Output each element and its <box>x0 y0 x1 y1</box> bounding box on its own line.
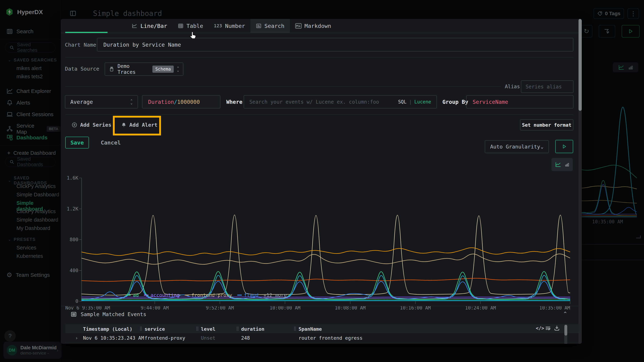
data-source-select[interactable]: Demo Traces Schema ⌃⌄ <box>105 62 183 76</box>
series-dark-orange <box>82 278 570 281</box>
y-tick-label: 400 <box>64 268 78 273</box>
cell: 248 <box>241 335 250 341</box>
chevron-down-icon: ⌄ <box>540 144 544 149</box>
expression-input[interactable]: Duration/1000000 <box>142 95 220 108</box>
legend-color-dash <box>144 295 148 296</box>
code-view-icon[interactable]: </> <box>536 326 544 331</box>
tab-search[interactable]: Search <box>250 19 290 33</box>
column-drag-handle[interactable]: ⣿ <box>140 326 142 331</box>
alias-label: Alias <box>505 84 520 90</box>
run-chart-button[interactable] <box>555 140 573 153</box>
tab-label: Number <box>225 23 245 29</box>
data-source-label: Data Source <box>65 66 99 72</box>
legend-item-ad[interactable]: ad <box>126 292 139 298</box>
active-tab-underline <box>65 32 108 33</box>
group-by-label: Group By <box>442 99 468 105</box>
chart-name-input[interactable]: Duration by Service Name <box>97 38 573 51</box>
cancel-button[interactable]: Cancel <box>101 139 121 146</box>
series-orange <box>82 248 570 255</box>
legend-color-dash <box>237 295 242 296</box>
tab-label: Search <box>264 23 284 29</box>
table-row[interactable]: ›Nov 6 10:35:23.243 AMfrontend-proxyUnse… <box>65 342 582 344</box>
series-khaki <box>82 254 570 264</box>
circle-plus-icon <box>72 122 77 128</box>
legend-more[interactable]: +12 more <box>264 292 287 298</box>
table-scrollbar-thumb[interactable] <box>564 325 567 336</box>
add-alert-button[interactable]: Add Alert <box>121 122 158 128</box>
collapse-section-icon[interactable]: ⌃ <box>563 311 568 317</box>
legend-item-accounting[interactable]: accounting <box>144 292 180 298</box>
legend-name: ad <box>133 292 139 298</box>
series-spikes-cream <box>82 215 570 295</box>
granularity-select[interactable]: Auto Granularity ⌄ <box>485 140 549 153</box>
column-header-timestamp-local-[interactable]: Timestamp (Local) <box>83 326 132 332</box>
table-row[interactable]: ›Nov 6 10:35:23.243 AMfrontend-proxyUnse… <box>65 333 582 342</box>
tab-markdown[interactable]: Markdown <box>290 19 336 33</box>
tab-markdown-icon <box>295 23 302 29</box>
lucene-toggle[interactable]: Lucene <box>414 99 431 105</box>
tab-line-bar[interactable]: Line/Bar <box>126 19 172 33</box>
bell-icon <box>121 122 126 128</box>
x-tick-mark <box>350 301 350 304</box>
column-header-level[interactable]: level <box>201 326 216 332</box>
aggregation-select[interactable]: Average ⌃⌄ <box>65 95 138 108</box>
sample-events-title: Sample Matched Events <box>81 311 146 317</box>
x-tick-mark <box>285 301 285 304</box>
list-icon <box>71 311 77 317</box>
schema-badge[interactable]: Schema <box>152 66 174 73</box>
legend-item-frontend-proxy[interactable]: frontend-proxy <box>184 292 232 298</box>
y-tick-mark <box>79 239 82 240</box>
edit-chart-modal: Line/BarTable123NumberSearchMarkdown Cha… <box>61 19 582 344</box>
timeseries-chart: 04008001.2K1.6K Nov 6 9:35:00 AM9:44:00 … <box>61 159 582 295</box>
tab-label: Table <box>186 23 203 29</box>
tab-table-icon <box>178 23 184 29</box>
database-icon <box>109 66 114 72</box>
column-drag-handle[interactable]: ⣿ <box>294 326 296 331</box>
tab-number[interactable]: 123Number <box>208 19 250 33</box>
legend-color-dash <box>126 295 131 296</box>
column-header-spanname[interactable]: SpanName <box>298 326 322 332</box>
save-button[interactable]: Save <box>65 137 89 149</box>
updown-chevrons-icon: ⌃⌄ <box>130 100 132 104</box>
set-number-format-button[interactable]: Set number format <box>520 119 573 130</box>
cell: frontend-proxy <box>144 335 185 341</box>
group-by-input[interactable]: ServiceName <box>466 95 574 108</box>
column-drag-handle[interactable]: ⣿ <box>196 326 199 331</box>
y-tick-mark <box>79 301 82 301</box>
y-tick-label: 0 <box>64 298 78 304</box>
modal-scrollbar-thumb[interactable] <box>578 19 582 111</box>
y-tick-label: 1.2K <box>64 206 78 211</box>
sample-events-header: Sample Matched Events <box>71 311 146 317</box>
events-table-header-bg <box>65 324 582 333</box>
play-icon <box>562 144 567 149</box>
where-input[interactable]: Search your events w/ Lucene ex. column:… <box>244 95 437 108</box>
cell: Nov 6 10:35:23.243 AM <box>83 335 144 341</box>
column-drag-handle[interactable]: ⣿ <box>236 326 239 331</box>
legend-name: flagd <box>244 292 258 298</box>
y-tick-mark <box>79 178 82 178</box>
y-tick-label: 800 <box>64 237 78 242</box>
x-tick-mark <box>415 301 416 304</box>
wrap-lines-icon[interactable] <box>545 325 551 331</box>
series-accounting-purple <box>82 298 570 298</box>
tab-search-icon <box>256 23 262 29</box>
tab-label: Line/Bar <box>140 23 167 29</box>
x-tick-mark <box>480 301 481 304</box>
x-tick-mark <box>220 301 220 304</box>
column-header-duration[interactable]: duration <box>241 326 264 332</box>
y-tick-mark <box>79 209 82 209</box>
legend-name: accounting <box>150 292 180 298</box>
chart-type-tabs: Line/BarTable123NumberSearchMarkdown <box>126 19 336 33</box>
cell: Unset <box>201 335 216 341</box>
add-series-button[interactable]: Add Series <box>72 122 112 128</box>
tab-label: Markdown <box>304 23 331 29</box>
legend-item-flagd[interactable]: flagd <box>237 292 258 298</box>
tab-line-icon <box>132 23 138 29</box>
download-icon[interactable] <box>554 325 560 331</box>
alias-input[interactable]: Series alias <box>521 80 574 93</box>
sql-toggle[interactable]: SQL <box>398 99 406 105</box>
column-header-service[interactable]: service <box>144 326 165 332</box>
row-expand-chevron[interactable]: › <box>75 335 78 341</box>
y-tick-label: 1.6K <box>64 175 78 181</box>
series-green-flat <box>82 299 570 300</box>
